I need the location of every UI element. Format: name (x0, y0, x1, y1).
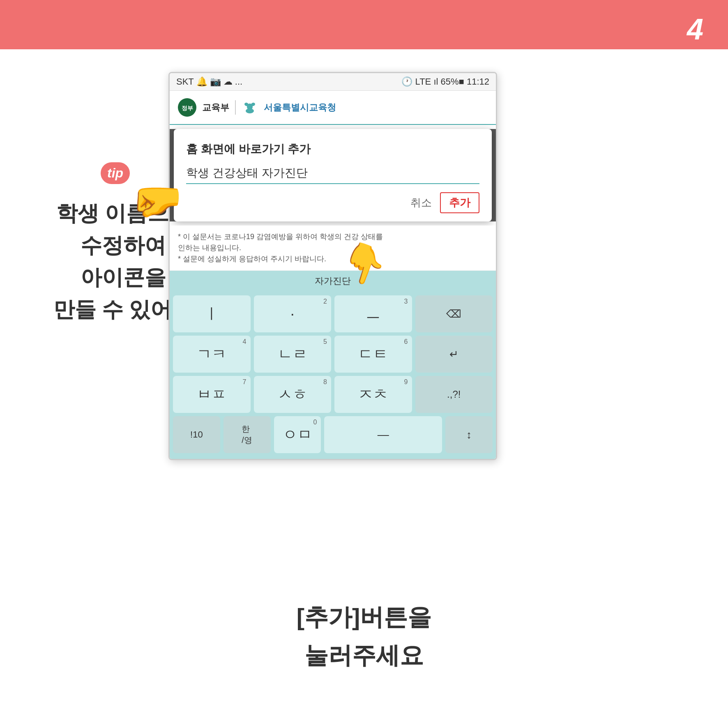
key-backspace[interactable]: ⌫ (415, 295, 493, 332)
svg-text:정부: 정부 (182, 105, 193, 111)
key-enter[interactable]: ↵ (415, 336, 493, 373)
seoul-bird-icon (242, 99, 258, 116)
key-sh[interactable]: 8ㅅㅎ (254, 376, 332, 413)
key-switch[interactable]: ↕ (445, 416, 493, 453)
cancel-button[interactable]: 취소 (410, 196, 432, 210)
key-vowel-i[interactable]: ㅣ (173, 295, 251, 332)
top-banner (0, 0, 728, 49)
key-num-toggle[interactable]: !10 (173, 416, 220, 453)
notice-line2: 인하는 내용입니다. (178, 242, 488, 253)
phone-mockup: SKT 🔔 📷 ☁ ... 🕐 LTE ıl 65%■ 11:12 정부 교육부… (168, 72, 497, 460)
key-vowel-eu[interactable]: 3ㅡ (334, 295, 412, 332)
key-jch[interactable]: 9ㅈㅊ (334, 376, 412, 413)
seoul-label: 서울특별시교육청 (264, 101, 336, 114)
dialog-title: 홈 화면에 바로가기 추가 (186, 141, 479, 157)
key-nr[interactable]: 5ㄴㄹ (254, 336, 332, 373)
add-button[interactable]: 추가 (440, 192, 479, 213)
dialog-input-row: 학생 건강상태 자가진단 (186, 165, 479, 184)
page-number: 4 (687, 12, 703, 46)
tip-label: tip (101, 162, 130, 184)
tip-hand-icon: 🤜 (131, 177, 183, 225)
korean-keyboard: ㅣ 2· 3ㅡ ⌫ 4ㄱㅋ 5ㄴㄹ 6ㄷㅌ ↵ 7ㅂㅍ 8ㅅㅎ 9ㅈㅊ .,?!… (170, 291, 496, 459)
key-lang-toggle[interactable]: 한/영 (223, 416, 271, 453)
key-punct[interactable]: .,?! (415, 376, 493, 413)
status-bar: SKT 🔔 📷 ☁ ... 🕐 LTE ıl 65%■ 11:12 (170, 73, 496, 91)
notice-line3: * 설문에 성실하게 응답하여 주시기 바랍니다. (178, 253, 488, 265)
keyboard-row-2: 4ㄱㅋ 5ㄴㄹ 6ㄷㅌ ↵ (173, 336, 493, 373)
dialog-input-value[interactable]: 학생 건강상태 자가진단 (186, 166, 308, 179)
key-space[interactable]: — (324, 416, 442, 453)
keyboard-row-3: 7ㅂㅍ 8ㅅㅎ 9ㅈㅊ .,?! (173, 376, 493, 413)
key-dt[interactable]: 6ㄷㅌ (334, 336, 412, 373)
status-left: SKT 🔔 📷 ☁ ... (176, 76, 242, 87)
notice-line1: * 이 설문서는 코로나19 감염예방을 위하여 학생의 건강 상태를 (178, 231, 488, 242)
notice-area: * 이 설문서는 코로나19 감염예방을 위하여 학생의 건강 상태를 인하는 … (170, 226, 496, 271)
bottom-instruction-text: [추가]버튼을 눌러주세요 (0, 598, 728, 675)
key-bp[interactable]: 7ㅂㅍ (173, 376, 251, 413)
app-header: 정부 교육부 서울특별시교육청 (170, 91, 496, 125)
keyboard-row-4: !10 한/영 0ㅇㅁ — ↕ (173, 416, 493, 453)
gov-label: 교육부 (202, 101, 229, 114)
keyboard-row-1: ㅣ 2· 3ㅡ ⌫ (173, 295, 493, 332)
keyboard-header: 자가진단 (170, 271, 496, 291)
key-dot[interactable]: 2· (254, 295, 332, 332)
status-right: 🕐 LTE ıl 65%■ 11:12 (401, 76, 489, 87)
key-om[interactable]: 0ㅇㅁ (274, 416, 321, 453)
gov-logo: 정부 (178, 98, 196, 117)
dialog-box: 홈 화면에 바로가기 추가 학생 건강상태 자가진단 취소 추가 (174, 129, 492, 221)
header-divider (235, 100, 236, 115)
key-gk[interactable]: 4ㄱㅋ (173, 336, 251, 373)
dialog-buttons: 취소 추가 (186, 192, 479, 213)
